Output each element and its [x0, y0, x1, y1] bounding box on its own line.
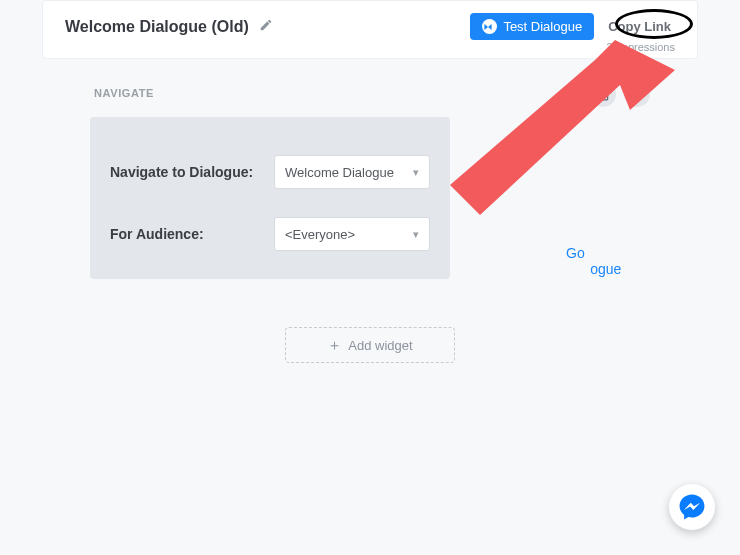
audience-select[interactable]: <Everyone> ▾ — [274, 217, 430, 251]
go-to-dialogue-link[interactable]: Go to Dialogue — [566, 245, 650, 277]
audience-label: For Audience: — [110, 226, 260, 242]
panel-toolbar — [590, 81, 650, 107]
section-label: NAVIGATE — [94, 87, 650, 99]
test-dialogue-button[interactable]: Test Dialogue — [470, 13, 594, 40]
messenger-icon — [678, 493, 706, 521]
audience-select-value: <Everyone> — [285, 227, 355, 242]
go-link-prefix: Go — [566, 245, 585, 261]
plus-icon: ＋ — [327, 336, 342, 355]
add-widget-button[interactable]: ＋ Add widget — [285, 327, 455, 363]
test-dialogue-label: Test Dialogue — [503, 19, 582, 34]
add-widget-label: Add widget — [348, 338, 412, 353]
impressions-count: 2 Impressions — [607, 41, 675, 53]
navigate-label: Navigate to Dialogue: — [110, 164, 260, 180]
title-wrap: Welcome Dialogue (Old) — [65, 18, 273, 36]
navigate-panel: Navigate to Dialogue: Welcome Dialogue ▾… — [90, 117, 450, 279]
move-button[interactable] — [624, 81, 650, 107]
messenger-fab[interactable] — [669, 484, 715, 530]
dialogue-title: Welcome Dialogue (Old) — [65, 18, 249, 36]
dialogue-card: Welcome Dialogue (Old) Test Dialogue Cop… — [42, 0, 698, 59]
navigate-select-value: Welcome Dialogue — [285, 165, 394, 180]
go-link-suffix: ogue — [590, 261, 621, 277]
audience-row: For Audience: <Everyone> ▾ — [110, 217, 430, 251]
chevron-down-icon: ▾ — [413, 228, 419, 241]
header-actions: Test Dialogue Copy Link — [470, 13, 675, 40]
copy-link-button[interactable]: Copy Link — [604, 15, 675, 38]
edit-icon[interactable] — [259, 18, 273, 35]
messenger-icon — [482, 19, 497, 34]
card-header: Welcome Dialogue (Old) Test Dialogue Cop… — [65, 13, 675, 40]
duplicate-button[interactable] — [590, 81, 616, 107]
navigate-dialogue-select[interactable]: Welcome Dialogue ▾ — [274, 155, 430, 189]
navigate-section: NAVIGATE Navigate to Dialogue: Welcome D… — [90, 87, 650, 363]
chevron-down-icon: ▾ — [413, 166, 419, 179]
navigate-row: Navigate to Dialogue: Welcome Dialogue ▾ — [110, 155, 430, 189]
